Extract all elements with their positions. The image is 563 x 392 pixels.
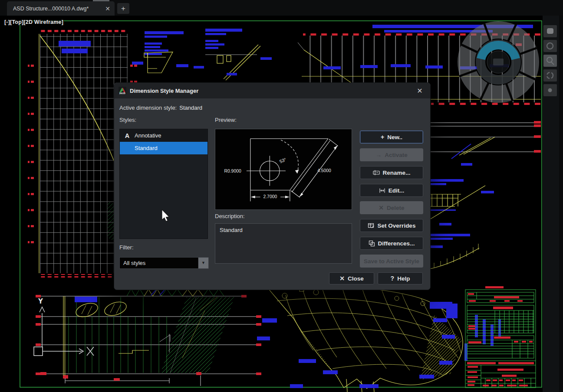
plus-icon: +: [381, 134, 384, 140]
active-style-line: Active dimension style:Standard: [119, 105, 202, 111]
autocad-2025-icon: 2025: [119, 87, 126, 95]
edit-style-icon: [379, 187, 385, 194]
dialog-close-button[interactable]: ✕: [414, 87, 426, 95]
navigation-bar: [543, 16, 563, 392]
style-preview-pane: R0.9000 53° 4.5000 2.7000: [215, 129, 352, 210]
new-button[interactable]: + New..: [360, 131, 423, 144]
svg-text:2025: 2025: [119, 92, 126, 95]
bottom-profile-drawing: [36, 288, 261, 386]
preview-radius-label: R0.9000: [224, 169, 241, 173]
styles-label: Styles:: [119, 117, 136, 123]
drawing-tab[interactable]: ASD Structure...000010 A.dwg* ✕: [7, 1, 115, 16]
dimension-style-manager-dialog: 2025 Dimension Style Manager ✕ Active di…: [114, 82, 431, 290]
description-value: Standard: [220, 227, 243, 233]
help-button[interactable]: ? Help: [378, 272, 423, 284]
style-item-label: Annotative: [135, 132, 161, 139]
style-item-label: Standard: [135, 145, 158, 151]
save-to-active-style-button: Save to Active Style: [360, 255, 423, 268]
preview-angle-label: 53°: [279, 157, 287, 164]
filter-dropdown[interactable]: All styles ▼: [119, 257, 209, 269]
edit-button[interactable]: Edit...: [360, 184, 423, 197]
dialog-titlebar[interactable]: 2025 Dimension Style Manager ✕: [114, 83, 430, 98]
steering-wheel-icon: [547, 28, 553, 34]
preview-linear-label: 2.7000: [263, 194, 277, 199]
showmotion-icon: [548, 88, 552, 92]
delete-x-icon: ✕: [379, 204, 384, 211]
question-icon: ?: [391, 275, 395, 282]
arrow-right-icon: →: [375, 151, 382, 158]
profile-details-right: [428, 121, 541, 269]
dialog-title: Dimension Style Manager: [130, 88, 198, 94]
description-box: Standard: [215, 223, 352, 264]
navigation-wheel[interactable]: [459, 23, 537, 101]
style-item-standard[interactable]: Standard: [120, 142, 207, 154]
pan-button[interactable]: [543, 40, 557, 52]
delete-button: ✕ Delete: [360, 201, 423, 214]
tab-close-icon[interactable]: ✕: [105, 5, 110, 12]
mouse-cursor: [161, 209, 171, 225]
set-overrides-icon: [368, 222, 375, 229]
annotative-icon: A: [120, 132, 135, 139]
orbit-button[interactable]: [543, 69, 557, 82]
filter-label: Filter:: [119, 244, 134, 251]
set-overrides-button[interactable]: Set Overrides: [360, 219, 423, 232]
preview-aligned-label: 4.5000: [317, 168, 331, 173]
svg-text:Y: Y: [38, 297, 43, 305]
drawing-tab-title: ASD Structure...000010 A.dwg*: [13, 6, 102, 12]
new-tab-button[interactable]: +: [117, 3, 129, 14]
ship-bow-wireframe: [257, 286, 501, 392]
differences-icon: [369, 240, 375, 247]
style-item-annotative[interactable]: A Annotative: [120, 129, 207, 142]
ucs-icon: Y: [34, 297, 94, 356]
zoom-button[interactable]: [543, 55, 557, 67]
filter-selected-value: All styles: [120, 258, 198, 268]
active-style-label: Active dimension style:: [119, 105, 177, 111]
active-style-value: Standard: [179, 105, 202, 111]
rename-icon: [373, 170, 380, 176]
close-button[interactable]: ✕ Close: [329, 272, 374, 284]
differences-button[interactable]: Differences...: [360, 237, 423, 250]
viewport-controls[interactable]: [-][Top][2D Wireframe]: [4, 19, 63, 25]
preview-label: Preview:: [215, 117, 237, 123]
description-label: Description:: [215, 213, 245, 219]
close-x-icon: ✕: [339, 275, 345, 282]
activate-button: → Activate: [360, 148, 423, 161]
file-tab-bar: ASD Structure...000010 A.dwg* ✕ +: [0, 0, 563, 16]
wheel-hub-icon: [493, 59, 504, 65]
dimension-preview-drawing: R0.9000 53° 4.5000 2.7000: [215, 129, 352, 209]
rename-button[interactable]: Rename...: [360, 166, 423, 179]
chevron-down-icon[interactable]: ▼: [198, 258, 208, 268]
